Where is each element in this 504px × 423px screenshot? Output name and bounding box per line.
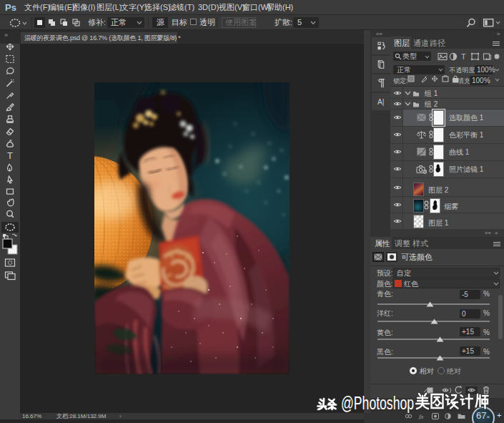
svg-text:T: T: [461, 52, 466, 61]
svg-text:@Photoshop: @Photoshop: [341, 392, 414, 414]
svg-text:T: T: [7, 150, 13, 161]
